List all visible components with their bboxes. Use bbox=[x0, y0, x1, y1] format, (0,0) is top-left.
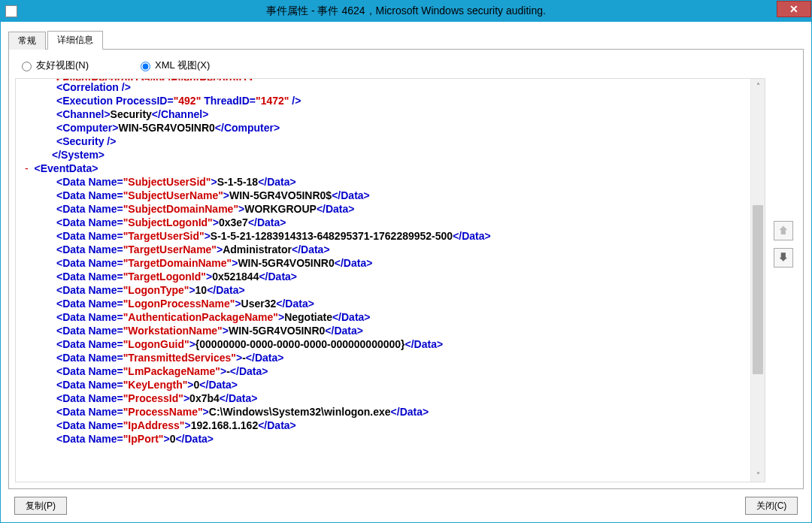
xml-computer: <Computer>WIN-5GR4VO5INR0</Computer> bbox=[19, 121, 748, 135]
scroll-track[interactable] bbox=[751, 92, 765, 468]
window-title: 事件属性 - 事件 4624，Microsoft Windows securit… bbox=[1, 5, 811, 18]
xml-data-row: <Data Name="IpAddress">192.168.1.162</Da… bbox=[19, 419, 748, 432]
xml-data-row: <Data Name="SubjectDomainName">WORKGROUP… bbox=[19, 202, 748, 216]
xml-content[interactable]: <EventRecordID>540</EventRecordID> <Corr… bbox=[16, 79, 751, 482]
close-button[interactable]: ✕ bbox=[777, 1, 811, 17]
radio-friendly-label: 友好视图(N) bbox=[36, 59, 89, 72]
xml-data-row: <Data Name="SubjectUserSid">S-1-5-18</Da… bbox=[19, 175, 748, 189]
scroll-up-button[interactable]: ˄ bbox=[751, 79, 765, 92]
close-dialog-button[interactable]: 关闭(C) bbox=[745, 497, 798, 515]
tab-page-details: 友好视图(N) XML 视图(X) <EventRecordID>540</Ev… bbox=[8, 49, 804, 489]
nav-button-column: 🡅 🡇 bbox=[765, 78, 797, 482]
tab-general[interactable]: 常规 bbox=[8, 32, 46, 50]
xml-data-row: <Data Name="TransmittedServices">-</Data… bbox=[19, 351, 748, 364]
xml-system-close: </System> bbox=[19, 148, 748, 162]
radio-friendly-view[interactable]: 友好视图(N) bbox=[18, 59, 89, 72]
xml-data-row: <Data Name="TargetLogonId">0x521844</Dat… bbox=[19, 270, 748, 283]
vertical-scrollbar[interactable]: ˄ ˅ bbox=[750, 79, 765, 482]
radio-xml-input[interactable] bbox=[141, 62, 150, 71]
xml-data-row: <Data Name="TargetDomainName">WIN-5GR4VO… bbox=[19, 256, 748, 270]
xml-data-row: <Data Name="LmPackageName">-</Data> bbox=[19, 364, 748, 378]
xml-data-row: <Data Name="SubjectUserName">WIN-5GR4VO5… bbox=[19, 189, 748, 202]
titlebar[interactable]: 事件属性 - 事件 4624，Microsoft Windows securit… bbox=[1, 1, 811, 22]
xml-data-row: <Data Name="SubjectLogonId">0x3e7</Data> bbox=[19, 216, 748, 229]
radio-friendly-input[interactable] bbox=[22, 62, 32, 71]
window-frame: 事件属性 - 事件 4624，Microsoft Windows securit… bbox=[0, 0, 812, 523]
view-radio-row: 友好视图(N) XML 视图(X) bbox=[15, 56, 797, 75]
xml-security: <Security /> bbox=[19, 135, 748, 148]
xml-eventdata-open: - <EventData> bbox=[19, 162, 748, 175]
client-area: 常规 详细信息 友好视图(N) XML 视图(X) <EventRecordID… bbox=[1, 22, 811, 522]
next-event-button[interactable]: 🡇 bbox=[774, 248, 793, 268]
xml-data-row: <Data Name="LogonType">10</Data> bbox=[19, 283, 748, 297]
xml-data-row: <Data Name="ProcessName">C:\Windows\Syst… bbox=[19, 405, 748, 419]
radio-xml-view[interactable]: XML 视图(X) bbox=[137, 59, 210, 72]
content-row: <EventRecordID>540</EventRecordID> <Corr… bbox=[15, 78, 797, 482]
tab-strip: 常规 详细信息 bbox=[8, 31, 804, 49]
xml-data-row: <Data Name="IpPort">0</Data> bbox=[19, 432, 748, 446]
tab-details[interactable]: 详细信息 bbox=[47, 31, 103, 50]
window-icon bbox=[5, 5, 17, 17]
xml-data-row: <Data Name="LogonProcessName">User32</Da… bbox=[19, 297, 748, 310]
xml-data-row: <Data Name="TargetUserName">Administrato… bbox=[19, 243, 748, 256]
xml-channel: <Channel>Security</Channel> bbox=[19, 107, 748, 121]
xml-data-row: <Data Name="WorkstationName">WIN-5GR4VO5… bbox=[19, 324, 748, 337]
scroll-thumb[interactable] bbox=[753, 205, 763, 374]
xml-data-row: <Data Name="KeyLength">0</Data> bbox=[19, 378, 748, 391]
scroll-down-button[interactable]: ˅ bbox=[751, 468, 765, 482]
radio-xml-label: XML 视图(X) bbox=[155, 59, 210, 72]
xml-data-row: <Data Name="AuthenticationPackageName">N… bbox=[19, 310, 748, 324]
copy-button[interactable]: 复制(P) bbox=[14, 497, 67, 515]
xml-pane: <EventRecordID>540</EventRecordID> <Corr… bbox=[15, 78, 765, 482]
prev-event-button[interactable]: 🡅 bbox=[774, 221, 793, 240]
xml-correlation: <Correlation /> bbox=[19, 80, 748, 94]
xml-data-row: <Data Name="TargetUserSid">S-1-5-21-1283… bbox=[19, 229, 748, 243]
xml-data-row: <Data Name="LogonGuid">{00000000-0000-00… bbox=[19, 337, 748, 351]
bottom-button-row: 复制(P) 关闭(C) bbox=[8, 489, 804, 515]
xml-data-row: <Data Name="ProcessId">0x7b4</Data> bbox=[19, 391, 748, 405]
xml-execution: <Execution ProcessID="492" ThreadID="147… bbox=[19, 94, 748, 107]
